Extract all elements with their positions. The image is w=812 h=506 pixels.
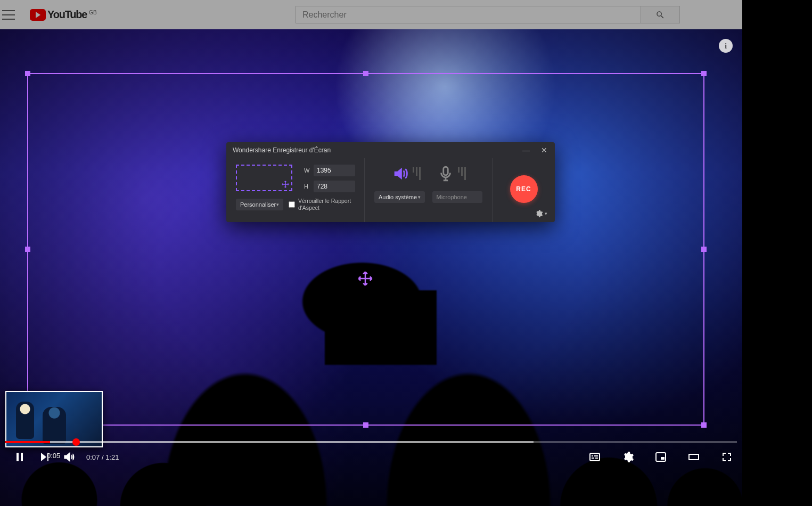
width-input[interactable] <box>314 165 355 176</box>
preset-select-label: Personnaliser <box>240 201 276 208</box>
recorder-title: Wondershare Enregistreur d'Écran <box>233 146 331 154</box>
volume-button[interactable] <box>61 449 77 465</box>
minimize-button[interactable]: — <box>522 146 530 154</box>
move-icon <box>281 179 290 189</box>
svg-rect-4 <box>689 454 699 460</box>
record-button[interactable]: REC <box>510 175 538 203</box>
seek-preview-thumbnail <box>5 391 103 447</box>
lock-aspect-label: Vérrouiller le Rapport d'Aspect <box>298 198 355 211</box>
pause-button[interactable] <box>12 449 28 465</box>
move-region-handle[interactable] <box>351 265 379 292</box>
settings-button[interactable] <box>620 449 636 465</box>
miniplayer-button[interactable] <box>653 449 669 465</box>
microphone-label: Microphone <box>437 194 467 200</box>
move-icon <box>357 271 373 287</box>
microphone-select[interactable]: Microphone <box>432 191 483 203</box>
settings-button[interactable]: ▾ <box>535 209 547 218</box>
close-button[interactable]: ✕ <box>540 146 548 154</box>
mic-level <box>458 167 466 180</box>
letterbox-right <box>742 0 812 506</box>
width-label: W <box>304 167 314 174</box>
gear-icon <box>535 209 543 218</box>
record-button-label: REC <box>516 185 531 193</box>
lock-aspect-checkbox[interactable]: Vérrouiller le Rapport d'Aspect <box>289 198 355 211</box>
screen-recorder-window[interactable]: Wondershare Enregistreur d'Écran — ✕ W <box>226 142 555 222</box>
progress-played <box>5 441 50 443</box>
height-label: H <box>304 183 314 190</box>
player-controls: 0:07 / 1:21 <box>0 444 742 470</box>
system-audio-select[interactable]: Audio système ▾ <box>374 191 425 203</box>
info-icon[interactable]: i <box>719 39 733 53</box>
system-audio-label: Audio système <box>379 194 417 200</box>
svg-rect-0 <box>443 167 448 175</box>
subtitles-button[interactable] <box>587 449 603 465</box>
time-display: 0:07 / 1:21 <box>86 453 119 461</box>
svg-rect-1 <box>590 453 600 461</box>
record-panel: REC ▾ <box>493 158 555 222</box>
dim-overlay <box>0 0 742 29</box>
next-button[interactable] <box>36 449 52 465</box>
svg-rect-3 <box>661 457 665 460</box>
progress-bar[interactable] <box>5 441 737 443</box>
system-audio-level <box>413 167 421 180</box>
recorder-titlebar[interactable]: Wondershare Enregistreur d'Écran — ✕ <box>226 142 555 158</box>
speaker-icon <box>391 165 409 183</box>
dimension-panel: W H Personnaliser ▾ <box>226 158 365 222</box>
crop-preview-icon[interactable] <box>236 165 292 191</box>
progress-buffered <box>50 441 534 443</box>
height-input[interactable] <box>314 181 355 192</box>
preset-select[interactable]: Personnaliser ▾ <box>236 199 283 210</box>
theater-button[interactable] <box>686 449 702 465</box>
fullscreen-button[interactable] <box>719 449 735 465</box>
chevron-down-icon: ▾ <box>545 211 547 216</box>
lock-aspect-input[interactable] <box>289 201 295 208</box>
video-surface[interactable]: i Wondershare Enregistreur d'Écran — ✕ <box>0 29 742 506</box>
audio-panel: Audio système ▾ Microphone <box>365 158 493 222</box>
microphone-icon <box>437 165 455 183</box>
chevron-down-icon: ▾ <box>276 202 279 207</box>
chevron-down-icon: ▾ <box>418 194 421 200</box>
